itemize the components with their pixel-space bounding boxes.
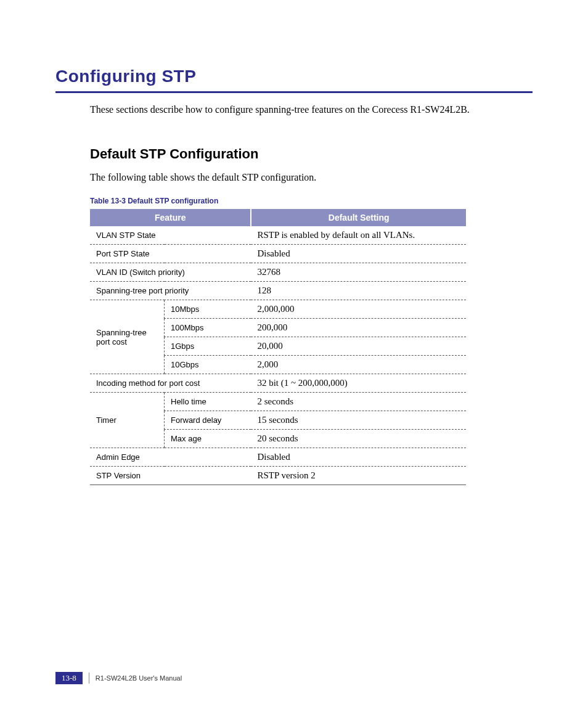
subfeature-cell: 1Gbps [165,337,251,356]
setting-cell: 15 seconds [251,411,466,430]
table-row: Spanning-tree port priority 128 [90,282,466,300]
page-title: Configuring STP [55,67,533,86]
subfeature-cell: Forward delay [165,411,251,430]
setting-cell: 32 bit (1 ~ 200,000,000) [251,374,466,393]
setting-cell: 32768 [251,263,466,282]
setting-cell: 20,000 [251,337,466,356]
intro-paragraph: These sections describe how to configure… [90,104,533,115]
section-heading: Default STP Configuration [90,146,533,162]
subfeature-cell: 10Mbps [165,300,251,319]
setting-cell: 128 [251,282,466,300]
footer-manual-name: R1-SW24L2B User's Manual [96,674,182,682]
feature-cell: VLAN STP State [90,226,251,245]
section-intro: The following table shows the default ST… [90,172,533,183]
subfeature-cell: 100Mbps [165,319,251,337]
header-setting: Default Setting [251,209,466,226]
setting-cell: 20 seconds [251,430,466,448]
setting-cell: RSTP is enabled by default on all VLANs. [251,226,466,245]
page-content: Configuring STP These sections describe … [0,0,588,485]
header-feature: Feature [90,209,251,226]
feature-cell: Incoding method for port cost [90,374,251,393]
subfeature-cell: Max age [165,430,251,448]
setting-cell: 2 seconds [251,393,466,411]
table-caption: Table 13-3 Default STP configuration [90,197,533,205]
setting-cell: Disabled [251,245,466,263]
footer-separator [89,673,89,684]
table-row: VLAN STP State RSTP is enabled by defaul… [90,226,466,245]
setting-cell: 2,000,000 [251,300,466,319]
table-row: VLAN ID (Switch priority) 32768 [90,263,466,282]
page-footer: 13-8 R1-SW24L2B User's Manual [55,672,182,684]
feature-cell-group: Spanning-tree port cost [90,300,165,374]
table-row: Incoding method for port cost 32 bit (1 … [90,374,466,393]
table-row: STP Version RSTP version 2 [90,467,466,485]
page-number-badge: 13-8 [55,672,83,684]
feature-cell: Port STP State [90,245,251,263]
feature-cell-group: Timer [90,393,165,448]
subfeature-cell: Hello time [165,393,251,411]
table-row: Spanning-tree port cost 10Mbps 2,000,000 [90,300,466,319]
setting-cell: 200,000 [251,319,466,337]
title-underline [55,91,533,93]
table-row: Port STP State Disabled [90,245,466,263]
feature-cell: Admin Edge [90,448,251,467]
feature-cell: STP Version [90,467,251,485]
setting-cell: RSTP version 2 [251,467,466,485]
stp-config-table: Feature Default Setting VLAN STP State R… [90,209,466,485]
setting-cell: 2,000 [251,356,466,374]
feature-cell: VLAN ID (Switch priority) [90,263,251,282]
table-header-row: Feature Default Setting [90,209,466,226]
feature-cell: Spanning-tree port priority [90,282,251,300]
table-row: Admin Edge Disabled [90,448,466,467]
setting-cell: Disabled [251,448,466,467]
subfeature-cell: 10Gbps [165,356,251,374]
table-row: Timer Hello time 2 seconds [90,393,466,411]
